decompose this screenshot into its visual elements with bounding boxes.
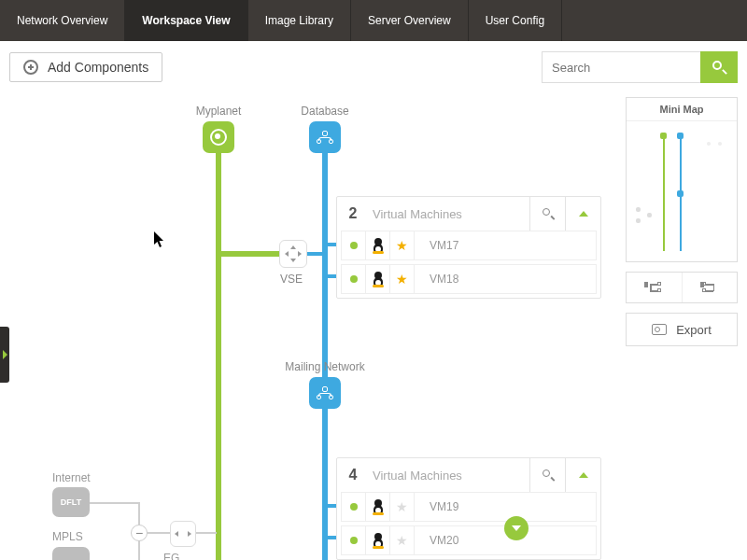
vm-name: VM20 <box>415 534 458 547</box>
tab-user-config[interactable]: User Config <box>469 0 562 41</box>
node-mpls[interactable] <box>52 547 90 560</box>
connector-vse-blue <box>307 252 324 256</box>
tab-image-library[interactable]: Image Library <box>248 0 351 41</box>
vm-panel-2-header: 4 Virtual Machines <box>337 458 600 492</box>
connector-green-branch <box>216 251 283 257</box>
node-label-eg: EG <box>163 552 179 560</box>
search-button[interactable] <box>700 51 738 83</box>
vm-collapse-button[interactable] <box>565 458 600 492</box>
plus-icon <box>23 60 38 75</box>
workspace-canvas[interactable]: Myplanet Database VSE 2 Virtual Machines… <box>0 84 747 560</box>
switch-icon <box>176 526 190 541</box>
tab-network-overview[interactable]: Network Overview <box>0 0 125 41</box>
hierarchy-icon <box>317 386 333 399</box>
connector-blue-trunk <box>322 153 328 383</box>
connector-gray-4 <box>196 532 217 534</box>
connector-gray-1 <box>90 502 140 504</box>
vm-search-button[interactable] <box>529 458 565 492</box>
hierarchy-icon <box>317 131 333 144</box>
vm-count: 2 <box>337 205 369 222</box>
disk-icon <box>652 324 667 335</box>
vm-title: Virtual Machines <box>369 469 529 483</box>
node-label-myplanet: Myplanet <box>196 105 242 118</box>
chevron-up-icon <box>579 472 588 478</box>
vm-title: Virtual Machines <box>369 207 529 221</box>
vm-star-icon[interactable]: ★ <box>390 526 415 554</box>
tree-expand-icon <box>646 282 661 293</box>
node-label-vse: VSE <box>280 273 303 286</box>
globe-icon <box>210 129 227 146</box>
node-label-mpls: MPLS <box>52 530 83 543</box>
vm-name: VM18 <box>415 273 458 286</box>
chevron-up-icon <box>512 525 521 531</box>
node-internet[interactable]: DFLT <box>52 487 90 517</box>
vm-status-icon <box>342 231 366 259</box>
export-label: Export <box>676 323 712 337</box>
scroll-up-button[interactable] <box>504 516 529 540</box>
vm-star-icon[interactable]: ★ <box>390 265 415 293</box>
collapse-toggle[interactable]: − <box>131 525 148 541</box>
vm-panel-1-header: 2 Virtual Machines <box>337 197 600 231</box>
vm-name: VM19 <box>415 500 458 513</box>
vm-name: VM17 <box>415 239 458 252</box>
connector-green-trunk <box>216 153 221 560</box>
search-icon <box>543 208 554 219</box>
export-button[interactable]: Export <box>626 313 738 346</box>
top-nav: Network Overview Workspace View Image Li… <box>0 0 747 41</box>
vm-status-icon <box>342 265 366 293</box>
vm-os-icon <box>366 493 390 521</box>
tab-server-overview[interactable]: Server Overview <box>351 0 469 41</box>
layout-expand-button[interactable] <box>627 273 683 302</box>
dflt-label: DFLT <box>61 497 81 507</box>
node-label-mailing: Mailing Network <box>285 360 364 373</box>
vm-os-icon <box>366 231 390 259</box>
add-components-button[interactable]: Add Components <box>9 52 162 82</box>
vm-search-button[interactable] <box>529 197 565 231</box>
vm-row[interactable]: ★ VM20 <box>341 525 597 555</box>
chevron-up-icon <box>579 211 588 217</box>
right-sidebar: Mini Map <box>626 97 738 356</box>
side-panel-toggle[interactable] <box>0 327 9 383</box>
node-mailing-network[interactable] <box>309 377 341 409</box>
vm-star-icon[interactable]: ★ <box>390 493 415 521</box>
vm-row[interactable]: ★ VM19 <box>341 492 597 522</box>
vm-status-icon <box>342 526 366 554</box>
node-myplanet[interactable] <box>203 121 234 153</box>
layout-tools-card <box>626 272 738 303</box>
node-label-database: Database <box>301 105 348 118</box>
vm-status-icon <box>342 493 366 521</box>
minimap-card: Mini Map <box>626 97 738 262</box>
tree-collapse-icon <box>702 282 717 293</box>
vm-row[interactable]: ★ VM18 <box>341 264 597 294</box>
search <box>542 51 738 83</box>
search-icon <box>712 61 726 74</box>
minimap[interactable] <box>627 121 737 261</box>
search-icon <box>543 469 554 481</box>
search-input[interactable] <box>542 51 700 83</box>
node-label-internet: Internet <box>52 471 91 484</box>
minimap-title: Mini Map <box>627 98 737 121</box>
vm-os-icon <box>366 526 390 554</box>
add-components-label: Add Components <box>48 60 148 75</box>
vm-panel-1: 2 Virtual Machines ★ VM17 ★ VM18 <box>336 196 601 299</box>
node-database[interactable] <box>309 121 341 153</box>
vse-icon <box>286 246 301 261</box>
vm-count: 4 <box>337 467 369 483</box>
vm-panel-2: 4 Virtual Machines ★ VM19 ★ VM20 <box>336 457 601 560</box>
tab-workspace-view[interactable]: Workspace View <box>125 0 247 41</box>
vm-row[interactable]: ★ VM17 <box>341 231 597 260</box>
node-switch[interactable] <box>170 521 196 547</box>
vm-collapse-button[interactable] <box>565 197 600 231</box>
vm-star-icon[interactable]: ★ <box>390 231 415 259</box>
node-vse[interactable] <box>279 240 307 268</box>
vm-os-icon <box>366 265 390 293</box>
layout-collapse-button[interactable] <box>683 273 738 302</box>
